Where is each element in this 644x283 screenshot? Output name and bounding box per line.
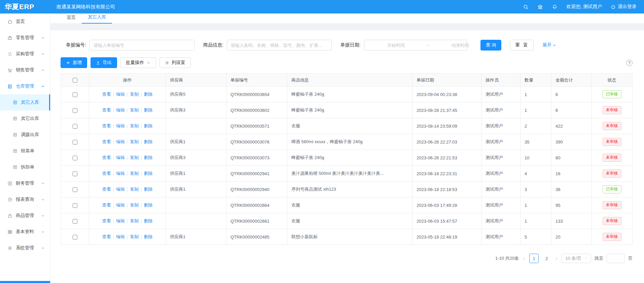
sidebar-item-warehouse[interactable]: 仓库管理 [0,78,50,94]
copy-link[interactable]: 复制 [130,92,139,97]
app-logo[interactable]: 华夏ERP [0,2,50,11]
batch-actions-button[interactable]: 批量操作 [120,57,156,68]
view-link[interactable]: 查看 [102,123,111,128]
sidebar-subitem-assembly[interactable]: 组装单 [0,143,50,159]
sidebar-item-purchase[interactable]: 采购管理 [0,46,50,62]
amount-cell: 36 [551,182,592,197]
edit-link[interactable]: 编辑 [116,92,125,97]
sidebar-subitem-transfer-outbound[interactable]: 调拨出库 [0,127,50,143]
row-checkbox[interactable] [73,156,77,160]
delete-link[interactable]: 删除 [144,139,153,144]
jump-page-input[interactable] [607,254,625,263]
edit-link[interactable]: 编辑 [116,139,125,144]
select-all-checkbox[interactable] [73,78,77,83]
copy-link[interactable]: 复制 [130,155,139,160]
reset-button[interactable]: 重 置 [510,40,534,51]
delete-link[interactable]: 删除 [144,234,153,239]
link-separator: | [127,107,128,113]
copy-link[interactable]: 复制 [130,218,139,223]
row-checkbox[interactable] [73,92,77,97]
copy-link[interactable]: 复制 [130,139,139,144]
table-row: 查看|编辑|复制|删除 供应商1 QTRK00000002941 美汁源果粒橙 … [61,166,633,182]
product-cell: 联想小新鼠标 [287,229,413,245]
delete-link[interactable]: 删除 [144,155,153,160]
sidebar-item-sales[interactable]: 销售管理 [0,62,50,78]
edit-link[interactable]: 编辑 [116,218,125,223]
view-link[interactable]: 查看 [102,92,111,97]
sidebar-subitem-disassembly[interactable]: 拆卸单 [0,159,50,175]
sidebar-item-products[interactable]: 商品管理 [0,208,50,224]
sidebar-scrollbar[interactable] [0,281,50,283]
delete-link[interactable]: 删除 [144,171,153,176]
logout-label: 退出登录 [618,4,637,10]
column-settings-button[interactable]: 列设置 [159,57,191,68]
row-checkbox[interactable] [73,203,77,208]
edit-link[interactable]: 编辑 [116,187,125,192]
tab-other-inbound[interactable]: 其它入库 [82,14,112,24]
copy-link[interactable]: 复制 [130,202,139,208]
page-size-select[interactable]: 10 条/页 [562,254,591,263]
row-checkbox[interactable] [73,124,77,129]
delete-link[interactable]: 删除 [144,187,153,192]
prev-page-icon[interactable]: ‹ [522,256,526,261]
page-number-1[interactable]: 1 [529,254,539,263]
view-link[interactable]: 查看 [102,155,111,160]
page-number-2[interactable]: 2 [542,254,551,263]
expand-link[interactable]: 展开 [542,42,556,48]
edit-link[interactable]: 编辑 [116,107,125,113]
sidebar-item-reports[interactable]: 报表查询 [0,191,50,208]
delete-link[interactable]: 删除 [144,92,153,97]
row-checkbox[interactable] [73,187,77,192]
row-checkbox[interactable] [73,219,77,224]
tab-home[interactable]: 首页 [61,14,82,23]
sidebar-item-home[interactable]: 首页 [0,13,50,30]
export-button[interactable]: 导出 [91,57,117,68]
copy-link[interactable]: 复制 [130,171,139,176]
help-icon[interactable]: ? [626,60,633,66]
view-link[interactable]: 查看 [102,107,111,113]
copy-link[interactable]: 复制 [130,123,139,128]
sidebar-item-basic-data[interactable]: 基本资料 [0,224,50,240]
row-checkbox[interactable] [73,108,77,113]
edit-link[interactable]: 编辑 [116,234,125,239]
view-link[interactable]: 查看 [102,139,111,144]
delete-link[interactable]: 删除 [144,202,153,208]
view-link[interactable]: 查看 [102,187,111,192]
row-checkbox[interactable] [73,140,77,145]
copy-link[interactable]: 复制 [130,234,139,239]
view-link[interactable]: 查看 [102,234,111,239]
add-button[interactable]: 新增 [61,57,87,68]
sidebar-item-finance[interactable]: 财务管理 [0,175,50,191]
row-checkbox[interactable] [73,235,77,240]
sidebar-item-retail[interactable]: 零售管理 [0,30,50,46]
search-icon[interactable] [523,4,529,10]
delete-link[interactable]: 删除 [144,107,153,113]
delete-link[interactable]: 删除 [144,123,153,128]
view-link[interactable]: 查看 [102,218,111,223]
sidebar-subitem-other-outbound[interactable]: 其它出库 [0,111,50,127]
product-cell: 序列号商品测试 xlh123 [287,182,413,197]
sidebar-item-system[interactable]: 系统管理 [0,240,50,256]
sidebar-subitem-other-inbound[interactable]: 其它入库 [0,94,50,111]
bell-icon[interactable] [552,4,558,10]
logout-button[interactable]: 退出登录 [611,4,637,10]
copy-link[interactable]: 复制 [130,187,139,192]
row-checkbox[interactable] [73,171,77,176]
link-separator: | [127,123,128,128]
product-info-input[interactable] [227,40,332,51]
edit-link[interactable]: 编辑 [116,123,125,128]
copy-link[interactable]: 复制 [130,107,139,113]
edit-link[interactable]: 编辑 [116,155,125,160]
view-link[interactable]: 查看 [102,202,111,208]
next-page-icon[interactable]: › [555,256,559,261]
date-start-input[interactable] [366,43,426,48]
search-button[interactable]: 查 询 [480,40,502,51]
bill-no-input[interactable] [90,40,194,51]
date-range-picker[interactable]: ~ [364,40,467,51]
column-settings-label: 列设置 [172,60,185,66]
bank-icon[interactable] [537,4,543,10]
view-link[interactable]: 查看 [102,171,111,176]
edit-link[interactable]: 编辑 [116,171,125,176]
edit-link[interactable]: 编辑 [116,202,125,208]
delete-link[interactable]: 删除 [144,218,153,223]
